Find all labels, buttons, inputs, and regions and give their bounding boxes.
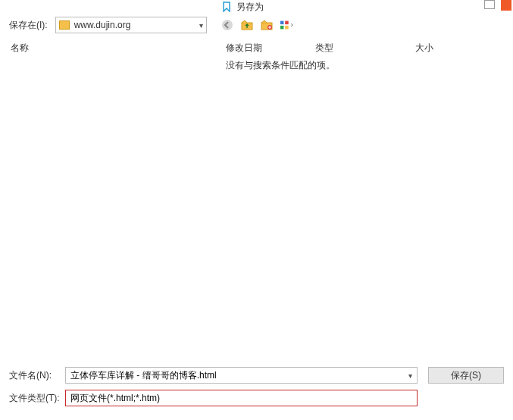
bookmark-icon	[221, 2, 232, 12]
empty-message: 没有与搜索条件匹配的项。	[226, 59, 335, 72]
up-folder-icon[interactable]	[240, 18, 254, 32]
filename-input[interactable]	[70, 370, 405, 381]
bottom-form: 文件名(N): ▾ 保存(S) 文件类型(T):	[0, 362, 513, 420]
filename-field[interactable]: ▾	[65, 367, 418, 384]
save-button-label: 保存(S)	[451, 369, 481, 382]
filetype-field[interactable]	[65, 390, 418, 406]
maximize-button[interactable]	[484, 0, 495, 9]
chevron-down-icon: ▾	[199, 21, 203, 30]
column-name[interactable]: 名称	[11, 42, 226, 55]
column-date[interactable]: 修改日期	[226, 42, 315, 55]
column-size[interactable]: 大小	[415, 42, 476, 55]
filename-label: 文件名(N):	[9, 369, 65, 382]
column-type[interactable]: 类型	[315, 42, 415, 55]
title-bar: 另存为	[0, 0, 513, 14]
svg-point-0	[222, 20, 233, 30]
back-icon[interactable]	[221, 18, 234, 32]
file-list-header: 名称 修改日期 类型 大小	[0, 39, 513, 56]
chevron-down-icon[interactable]: ▾	[408, 371, 412, 380]
filetype-input[interactable]	[70, 393, 412, 403]
view-mode-icon[interactable]	[280, 18, 293, 32]
save-button[interactable]: 保存(S)	[428, 367, 504, 384]
new-folder-icon[interactable]	[260, 18, 274, 32]
save-in-label: 保存在(I):	[9, 19, 48, 32]
filetype-label: 文件类型(T):	[9, 392, 65, 405]
save-in-value: www.dujin.org	[74, 20, 199, 30]
file-list[interactable]: 没有与搜索条件匹配的项。	[0, 56, 513, 358]
save-in-dropdown[interactable]: www.dujin.org ▾	[55, 17, 207, 33]
svg-rect-4	[280, 21, 284, 24]
svg-rect-7	[285, 26, 289, 30]
dialog-title: 另存为	[236, 1, 264, 14]
location-row: 保存在(I): www.dujin.org ▾	[0, 15, 513, 35]
folder-icon	[59, 20, 70, 30]
svg-rect-5	[285, 21, 289, 24]
svg-rect-6	[280, 26, 284, 30]
close-button[interactable]	[501, 0, 511, 11]
